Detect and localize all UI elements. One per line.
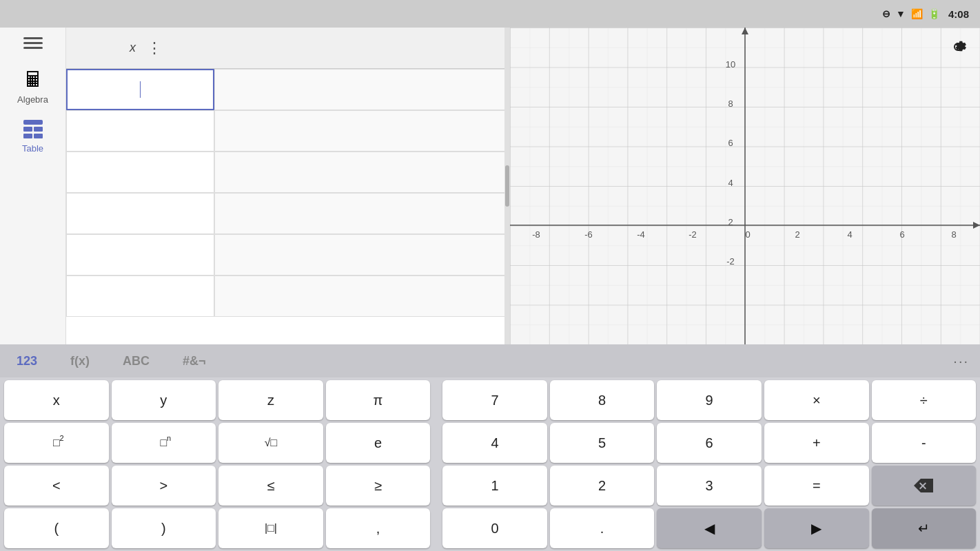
cell-row2-col1[interactable] bbox=[66, 110, 214, 152]
key-y[interactable]: y bbox=[112, 380, 216, 420]
status-icons: ⊖ ▼ 📶 🔋 4:08 bbox=[882, 8, 969, 20]
svg-text:2: 2 bbox=[795, 229, 799, 240]
svg-text:6: 6 bbox=[899, 229, 904, 240]
key-4[interactable]: 4 bbox=[442, 423, 547, 463]
key-plus[interactable]: + bbox=[764, 423, 869, 463]
scroll-thumb[interactable] bbox=[505, 165, 509, 207]
tab-special[interactable]: #&¬ bbox=[177, 351, 212, 371]
scroll-divider bbox=[504, 28, 510, 344]
key-left-arrow[interactable]: ◀ bbox=[657, 508, 762, 548]
cell-row2-col2[interactable] bbox=[214, 110, 521, 152]
gear-icon bbox=[947, 36, 969, 58]
svg-text:-8: -8 bbox=[532, 229, 540, 240]
key-2[interactable]: 2 bbox=[550, 466, 655, 506]
key-enter[interactable]: ↵ bbox=[872, 508, 977, 548]
key-right-arrow[interactable]: ▶ bbox=[764, 508, 869, 548]
key-6[interactable]: 6 bbox=[657, 423, 762, 463]
key-z[interactable]: z bbox=[218, 380, 323, 420]
svg-rect-1 bbox=[23, 127, 32, 132]
key-absval[interactable]: |□| bbox=[218, 508, 323, 548]
key-9[interactable]: 9 bbox=[657, 380, 762, 420]
key-pi[interactable]: π bbox=[326, 380, 431, 420]
key-superscript2[interactable]: □2 bbox=[4, 423, 109, 463]
column-x-header: x ⋮ bbox=[72, 39, 220, 57]
settings-button[interactable] bbox=[947, 36, 969, 60]
calculator-icon: 🖩 bbox=[23, 68, 43, 92]
svg-rect-3 bbox=[23, 134, 32, 138]
minus-icon: ⊖ bbox=[882, 8, 890, 19]
key-0[interactable]: 0 bbox=[442, 508, 547, 548]
key-rparen[interactable]: ) bbox=[112, 508, 216, 548]
key-3[interactable]: 3 bbox=[657, 466, 762, 506]
sidebar-item-label-table: Table bbox=[22, 143, 43, 154]
text-cursor bbox=[140, 81, 141, 98]
key-less[interactable]: < bbox=[4, 466, 109, 506]
table-row bbox=[66, 193, 521, 234]
key-divide[interactable]: ÷ bbox=[872, 380, 977, 420]
svg-text:4: 4 bbox=[728, 178, 733, 188]
key-sqrt[interactable]: √□ bbox=[218, 423, 323, 463]
key-multiply[interactable]: × bbox=[764, 380, 869, 420]
sidebar-item-table[interactable]: Table bbox=[22, 118, 44, 154]
table-row bbox=[66, 110, 521, 152]
svg-text:8: 8 bbox=[951, 229, 956, 240]
graph-area: -8 -6 -4 -2 0 2 4 6 8 10 8 6 4 2 -2 bbox=[510, 28, 980, 344]
key-8[interactable]: 8 bbox=[550, 380, 655, 420]
cell-row4-col2[interactable] bbox=[214, 193, 521, 234]
spreadsheet-area: x ⋮ bbox=[66, 28, 521, 344]
cell-row5-col1[interactable] bbox=[66, 234, 214, 276]
key-minus[interactable]: - bbox=[872, 423, 977, 463]
key-comma[interactable]: , bbox=[326, 508, 431, 548]
svg-rect-4 bbox=[34, 134, 43, 138]
key-leq[interactable]: ≤ bbox=[218, 466, 323, 506]
keyboard-rows: x y z π 7 8 9 × ÷ □2 □n √□ e 4 5 6 + - <… bbox=[0, 377, 980, 551]
sidebar-item-algebra[interactable]: 🖩 Algebra bbox=[17, 68, 48, 105]
cell-row1-col2[interactable] bbox=[214, 69, 521, 110]
svg-text:-4: -4 bbox=[637, 229, 645, 240]
cell-row6-col1[interactable] bbox=[66, 276, 214, 317]
key-x[interactable]: x bbox=[4, 380, 109, 420]
svg-text:4: 4 bbox=[847, 229, 852, 240]
hamburger-menu[interactable] bbox=[23, 34, 43, 52]
key-lparen[interactable]: ( bbox=[4, 508, 109, 548]
keyboard-row-2: □2 □n √□ e 4 5 6 + - bbox=[4, 423, 976, 463]
table-row bbox=[66, 152, 521, 193]
backspace-icon bbox=[914, 479, 933, 492]
key-5[interactable]: 5 bbox=[550, 423, 655, 463]
key-greater[interactable]: > bbox=[112, 466, 216, 506]
keyboard-row-1: x y z π 7 8 9 × ÷ bbox=[4, 380, 976, 420]
key-1[interactable]: 1 bbox=[442, 466, 547, 506]
svg-rect-2 bbox=[34, 127, 43, 132]
tab-123[interactable]: 123 bbox=[11, 351, 43, 371]
battery-icon: 🔋 bbox=[928, 8, 940, 19]
cell-row4-col1[interactable] bbox=[66, 193, 214, 234]
keyboard-area: 123 f(x) ABC #&¬ ··· x y z π 7 8 9 × ÷ □… bbox=[0, 344, 980, 551]
spreadsheet-header: x ⋮ bbox=[66, 28, 521, 69]
keyboard-more-button[interactable]: ··· bbox=[953, 353, 969, 369]
cell-row3-col1[interactable] bbox=[66, 152, 214, 193]
col-x-label-text: x bbox=[130, 41, 136, 55]
key-superscriptn[interactable]: □n bbox=[112, 423, 216, 463]
key-e[interactable]: e bbox=[326, 423, 431, 463]
keyboard-row-4: ( ) |□| , 0 . ◀ ▶ ↵ bbox=[4, 508, 976, 548]
svg-text:10: 10 bbox=[726, 59, 735, 70]
keyboard-toolbar: 123 f(x) ABC #&¬ ··· bbox=[0, 344, 980, 377]
column-menu-button[interactable]: ⋮ bbox=[147, 39, 162, 57]
svg-text:6: 6 bbox=[728, 138, 733, 148]
clock: 4:08 bbox=[948, 8, 969, 20]
wifi-icon: ▼ bbox=[896, 8, 906, 19]
cell-row5-col2[interactable] bbox=[214, 234, 521, 276]
key-equals[interactable]: = bbox=[764, 466, 869, 506]
key-7[interactable]: 7 bbox=[442, 380, 547, 420]
cell-row1-col1[interactable] bbox=[66, 69, 214, 110]
key-backspace[interactable] bbox=[872, 466, 977, 506]
key-dot[interactable]: . bbox=[550, 508, 655, 548]
svg-text:-2: -2 bbox=[688, 229, 697, 240]
tab-abc[interactable]: ABC bbox=[117, 351, 155, 371]
cell-row3-col2[interactable] bbox=[214, 152, 521, 193]
key-geq[interactable]: ≥ bbox=[326, 466, 431, 506]
cell-row6-col2[interactable] bbox=[214, 276, 521, 317]
svg-text:8: 8 bbox=[728, 98, 733, 109]
svg-text:-6: -6 bbox=[584, 229, 593, 240]
tab-fx[interactable]: f(x) bbox=[65, 351, 95, 371]
